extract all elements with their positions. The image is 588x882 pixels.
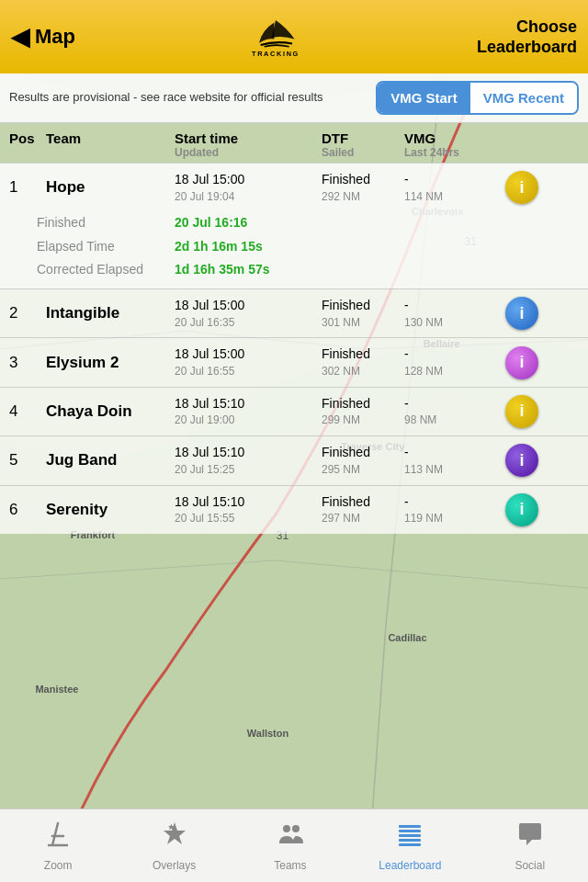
elapsed-label: Elapsed Time <box>37 235 165 258</box>
team-row-2: 2 Intangible 18 Jul 15:0020 Jul 16:35 Fi… <box>0 288 588 337</box>
logo-area: TRACKING <box>243 17 308 58</box>
team-main-row-5[interactable]: 5 Jug Band 18 Jul 15:1020 Jul 15:25 Fini… <box>0 436 588 484</box>
results-area: 1 Hope 18 Jul 15:0020 Jul 19:04 Finished… <box>0 163 588 808</box>
team-row-6: 6 Serenity 18 Jul 15:1020 Jul 15:55 Fini… <box>0 485 588 534</box>
choose-leaderboard-label[interactable]: ChooseLeaderboard <box>477 17 577 58</box>
detail-finished-1: Finished 20 Jul 16:16 <box>37 211 579 234</box>
team-main-row-2[interactable]: 2 Intangible 18 Jul 15:0020 Jul 16:35 Fi… <box>0 289 588 337</box>
start-time-6: 18 Jul 15:1020 Jul 15:55 <box>175 493 322 526</box>
pos-4: 4 <box>9 402 46 421</box>
team-row-5: 5 Jug Band 18 Jul 15:1020 Jul 15:25 Fini… <box>0 435 588 484</box>
start-time-3: 18 Jul 15:0020 Jul 16:55 <box>175 345 322 379</box>
dtf-1: Finished292 NM <box>322 171 404 204</box>
tab-leaderboard[interactable]: Leaderboard <box>369 812 450 879</box>
finished-value-1: 20 Jul 16:16 <box>175 211 247 234</box>
info-button-6[interactable]: i <box>505 493 538 526</box>
detail-rows-1: Finished 20 Jul 16:16 Elapsed Time 2d 1h… <box>0 211 588 288</box>
pos-2: 2 <box>9 304 46 322</box>
vmg-toggle: VMG Start VMG Recent <box>376 81 579 115</box>
pos-5: 5 <box>9 451 46 469</box>
svg-rect-7 <box>399 830 421 832</box>
info-button-2[interactable]: i <box>505 297 538 330</box>
map-button[interactable]: ◀ Map <box>11 23 75 51</box>
svg-rect-8 <box>399 834 421 837</box>
dtf-3: Finished302 NM <box>322 345 404 379</box>
tab-overlays[interactable]: Overlays <box>138 812 211 879</box>
elapsed-value-1: 2d 1h 16m 15s <box>175 235 263 258</box>
start-time-2: 18 Jul 15:0020 Jul 16:35 <box>175 297 322 330</box>
overlays-label: Overlays <box>153 859 196 872</box>
tab-bar: Zoom Overlays Teams <box>0 808 588 882</box>
dtf-4: Finished299 NM <box>322 395 404 428</box>
pos-1: 1 <box>9 178 46 197</box>
team-name-3: Elysium 2 <box>46 354 175 372</box>
vmg-recent-button[interactable]: VMG Recent <box>470 83 577 113</box>
app-logo: TRACKING <box>243 17 308 58</box>
main-content: Results are provisional - see race websi… <box>0 74 588 808</box>
tab-teams[interactable]: Teams <box>254 812 327 879</box>
svg-text:TRACKING: TRACKING <box>253 49 300 57</box>
pos-3: 3 <box>9 354 46 372</box>
corrected-value-1: 1d 16h 35m 57s <box>175 258 270 281</box>
app-header: ◀ Map TRACKING ChooseLeaderboard <box>0 0 588 74</box>
pos-6: 6 <box>9 501 46 519</box>
svg-point-4 <box>283 825 290 832</box>
info-button-5[interactable]: i <box>505 444 538 477</box>
col-team: Team <box>46 130 175 159</box>
vmg-start-button[interactable]: VMG Start <box>378 83 470 113</box>
info-icon-4: i <box>519 401 524 421</box>
col-vmg: VMGLast 24hrs <box>404 130 505 159</box>
start-time-1: 18 Jul 15:0020 Jul 19:04 <box>175 171 322 204</box>
zoom-icon <box>43 820 73 855</box>
col-dtf: DTFSailed <box>322 130 404 159</box>
provisional-notice: Results are provisional - see race websi… <box>9 90 367 106</box>
col-pos: Pos <box>9 130 46 159</box>
zoom-label: Zoom <box>44 859 73 872</box>
team-name-5: Jug Band <box>46 451 175 469</box>
vmg-5: -113 NM <box>404 444 505 477</box>
vmg-3: -128 NM <box>404 345 505 379</box>
teams-icon <box>276 820 305 855</box>
leaderboard-label: Leaderboard <box>379 859 441 872</box>
info-icon-6: i <box>519 500 524 519</box>
team-name-2: Intangible <box>46 304 175 322</box>
svg-point-5 <box>292 825 300 832</box>
svg-marker-2 <box>164 822 186 844</box>
team-main-row-4[interactable]: 4 Chaya Doin 18 Jul 15:1020 Jul 19:00 Fi… <box>0 388 588 435</box>
info-button-4[interactable]: i <box>505 395 538 428</box>
dtf-6: Finished297 NM <box>322 493 404 526</box>
team-row-4: 4 Chaya Doin 18 Jul 15:1020 Jul 19:00 Fi… <box>0 387 588 435</box>
top-bar: Results are provisional - see race websi… <box>0 74 588 123</box>
corrected-label: Corrected Elapsed <box>37 258 165 281</box>
overlays-icon <box>160 820 189 855</box>
col-start-time: Start timeUpdated <box>175 130 322 159</box>
finished-label: Finished <box>37 211 165 234</box>
start-time-5: 18 Jul 15:1020 Jul 15:25 <box>175 444 322 477</box>
social-label: Social <box>514 859 545 872</box>
team-row-3: 3 Elysium 2 18 Jul 15:0020 Jul 16:55 Fin… <box>0 337 588 386</box>
vmg-6: -119 NM <box>404 493 505 526</box>
leaderboard-icon <box>395 820 424 855</box>
info-icon-3: i <box>519 353 524 372</box>
vmg-1: -114 NM <box>404 171 505 204</box>
detail-elapsed-1: Elapsed Time 2d 1h 16m 15s <box>37 235 579 258</box>
col-info <box>505 130 551 159</box>
team-main-row-1[interactable]: 1 Hope 18 Jul 15:0020 Jul 19:04 Finished… <box>0 164 588 211</box>
info-icon-5: i <box>519 451 524 470</box>
table-header: Pos Team Start timeUpdated DTFSailed VMG… <box>0 123 588 163</box>
team-name-1: Hope <box>46 178 175 197</box>
team-main-row-6[interactable]: 6 Serenity 18 Jul 15:1020 Jul 15:55 Fini… <box>0 486 588 534</box>
teams-label: Teams <box>274 859 306 872</box>
social-icon <box>515 820 545 855</box>
info-button-3[interactable]: i <box>505 346 538 379</box>
svg-rect-10 <box>399 843 421 846</box>
info-button-1[interactable]: i <box>505 171 538 204</box>
tab-social[interactable]: Social <box>493 812 567 879</box>
svg-rect-6 <box>399 825 421 828</box>
svg-rect-9 <box>399 839 421 842</box>
tab-zoom[interactable]: Zoom <box>21 812 95 879</box>
team-main-row-3[interactable]: 3 Elysium 2 18 Jul 15:0020 Jul 16:55 Fin… <box>0 338 588 386</box>
dtf-2: Finished301 NM <box>322 297 404 330</box>
team-row-1: 1 Hope 18 Jul 15:0020 Jul 19:04 Finished… <box>0 163 588 288</box>
info-icon-1: i <box>519 178 524 198</box>
